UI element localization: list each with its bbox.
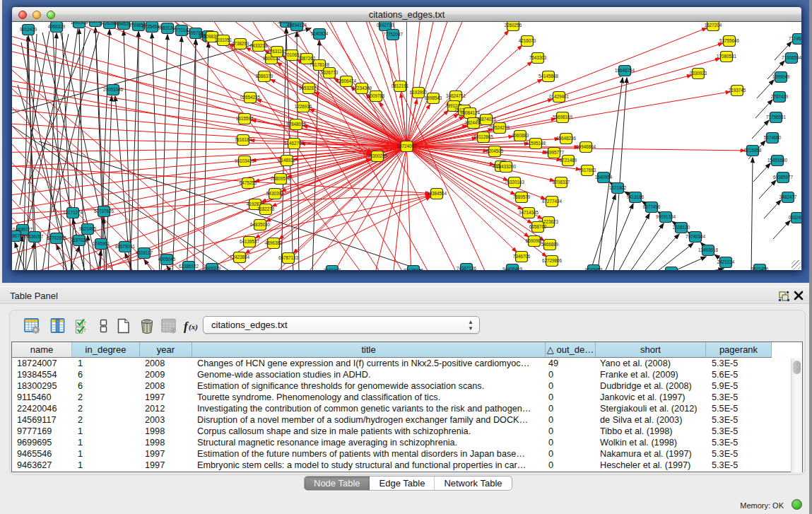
svg-text:3747407: 3747407	[324, 268, 341, 270]
svg-text:6475255: 6475255	[240, 180, 257, 185]
svg-text:15451680: 15451680	[767, 158, 788, 163]
svg-text:2328120: 2328120	[673, 225, 690, 230]
svg-text:5430391: 5430391	[266, 191, 284, 196]
svg-text:2421024: 2421024	[717, 259, 735, 264]
svg-text:4896383: 4896383	[265, 240, 283, 245]
svg-text:7182278: 7182278	[257, 206, 275, 211]
svg-text:1640954: 1640954	[595, 175, 613, 180]
svg-text:55698169: 55698169	[553, 115, 573, 119]
svg-text:2787429: 2787429	[771, 94, 789, 99]
svg-text:1671902: 1671902	[609, 185, 627, 190]
svg-text:97848018: 97848018	[286, 122, 307, 127]
svg-text:65648236: 65648236	[556, 136, 577, 141]
svg-text:(x): (x)	[189, 322, 198, 332]
svg-text:0842710: 0842710	[377, 23, 394, 28]
svg-text:99091334: 99091334	[656, 214, 676, 219]
svg-text:34714345: 34714345	[519, 210, 539, 215]
svg-text:5009788: 5009788	[367, 93, 385, 98]
svg-text:0932480: 0932480	[789, 215, 801, 220]
svg-text:71906594: 71906594	[782, 55, 801, 60]
svg-text:19384554: 19384554	[427, 191, 447, 196]
svg-text:51462704: 51462704	[284, 141, 305, 146]
svg-text:7193745: 7193745	[729, 88, 746, 93]
svg-text:82175946: 82175946	[404, 268, 424, 270]
svg-text:4316117: 4316117	[136, 250, 153, 255]
svg-text:4738299: 4738299	[232, 41, 249, 46]
svg-text:54145868: 54145868	[539, 74, 559, 78]
svg-text:87277434: 87277434	[542, 199, 563, 204]
svg-text:72423884: 72423884	[230, 255, 250, 259]
svg-text:71756551: 71756551	[766, 115, 787, 119]
svg-text:3387262: 3387262	[298, 56, 316, 61]
svg-text:5674680: 5674680	[764, 135, 782, 140]
svg-text:62702895: 62702895	[47, 235, 67, 240]
svg-text:0812191: 0812191	[392, 83, 409, 88]
svg-text:9521456: 9521456	[751, 267, 769, 270]
svg-text:67737826: 67737826	[94, 209, 114, 214]
svg-text:8215958: 8215958	[744, 148, 762, 153]
svg-text:34624751: 34624751	[446, 93, 466, 98]
svg-text:4005045: 4005045	[158, 257, 176, 262]
svg-text:60385977: 60385977	[773, 175, 794, 180]
svg-text:53755646: 53755646	[719, 38, 740, 43]
svg-text:7816184: 7816184	[235, 137, 252, 142]
svg-text:01429401: 01429401	[549, 94, 570, 99]
svg-text:1745961: 1745961	[93, 241, 110, 246]
svg-text:28809570: 28809570	[271, 176, 291, 181]
svg-text:93103413: 93103413	[235, 158, 255, 163]
svg-text:36995777: 36995777	[544, 150, 565, 155]
svg-text:7187026: 7187026	[71, 238, 88, 243]
svg-text:86578091: 86578091	[115, 244, 136, 249]
svg-text:4966319: 4966319	[48, 24, 66, 29]
svg-text:4216073: 4216073	[519, 38, 536, 43]
svg-text:8708317: 8708317	[553, 180, 570, 185]
svg-text:96532871: 96532871	[299, 86, 319, 90]
svg-text:9743953: 9743953	[585, 267, 603, 270]
svg-text:7917693: 7917693	[579, 168, 596, 173]
svg-text:16648784: 16648784	[615, 68, 635, 73]
svg-text:6658760: 6658760	[529, 224, 547, 229]
svg-text:00524278: 00524278	[490, 125, 510, 130]
svg-text:8148932: 8148932	[278, 158, 296, 163]
svg-text:6193990: 6193990	[410, 90, 428, 95]
svg-text:9413186: 9413186	[627, 194, 645, 199]
svg-text:9821465: 9821465	[79, 226, 97, 231]
svg-text:77752047: 77752047	[383, 32, 404, 37]
svg-text:6998543: 6998543	[425, 95, 442, 100]
svg-text:0330923: 0330923	[690, 71, 707, 76]
svg-text:1627204: 1627204	[705, 23, 722, 28]
svg-text:9421047: 9421047	[663, 269, 681, 270]
svg-text:98084124: 98084124	[460, 110, 481, 115]
svg-text:7889579: 7889579	[513, 194, 531, 199]
svg-text:29946804: 29946804	[576, 144, 596, 149]
svg-text:13171274: 13171274	[63, 210, 83, 215]
svg-text:2260256: 2260256	[505, 23, 522, 28]
svg-text:5466889: 5466889	[541, 242, 559, 247]
svg-text:0433218: 0433218	[250, 43, 268, 48]
svg-text:02606474: 02606474	[336, 78, 357, 83]
svg-text:02654235: 02654235	[240, 95, 261, 100]
svg-text:9636057: 9636057	[26, 234, 44, 239]
svg-text:7543303: 7543303	[529, 55, 547, 60]
svg-text:1031051: 1031051	[215, 37, 233, 42]
svg-text:74367136: 74367136	[457, 266, 477, 270]
svg-text:1226916: 1226916	[295, 104, 312, 109]
svg-text:3482477: 3482477	[779, 194, 797, 199]
svg-text:18300295: 18300295	[367, 153, 388, 158]
svg-text:64139537: 64139537	[240, 239, 260, 244]
svg-text:20053346: 20053346	[103, 87, 124, 92]
svg-text:65787133: 65787133	[278, 255, 299, 260]
svg-text:1399049: 1399049	[772, 74, 790, 79]
svg-text:64835030: 64835030	[250, 222, 271, 227]
svg-text:1615594: 1615594	[236, 116, 254, 121]
svg-text:80112805: 80112805	[473, 134, 493, 139]
svg-text:61595148: 61595148	[526, 141, 546, 146]
svg-text:79740344: 79740344	[686, 234, 706, 239]
svg-text:8721489: 8721489	[560, 158, 577, 163]
svg-text:87234309: 87234309	[352, 86, 372, 90]
svg-text:76320163: 76320163	[505, 180, 525, 185]
svg-text:18724007: 18724007	[396, 144, 417, 148]
svg-text:55886753: 55886753	[12, 233, 25, 238]
svg-text:8677496: 8677496	[643, 204, 661, 209]
svg-text:8386379: 8386379	[256, 74, 273, 78]
